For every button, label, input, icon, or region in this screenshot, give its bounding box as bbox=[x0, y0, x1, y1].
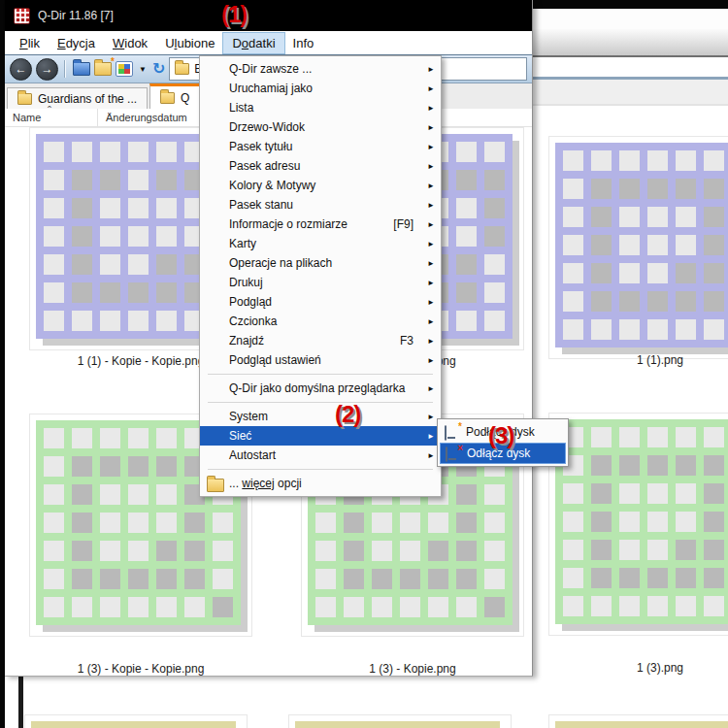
submenu-arrow-icon: ► bbox=[425, 337, 435, 346]
grid-cell bbox=[344, 569, 364, 589]
menu-separator bbox=[208, 374, 433, 375]
menu-item-q-dir-zawsze[interactable]: Q-Dir zawsze ...► bbox=[200, 59, 441, 79]
column-header-name[interactable]: Name ˆ bbox=[5, 109, 98, 126]
grid-cell bbox=[647, 540, 668, 560]
tab-q[interactable]: Q bbox=[149, 83, 200, 109]
file-thumbnail[interactable] bbox=[288, 714, 512, 728]
grid-cell bbox=[72, 142, 92, 162]
grid-cell bbox=[44, 282, 64, 303]
new-folder-button[interactable]: * bbox=[94, 62, 112, 76]
submenu-arrow-icon: ► bbox=[425, 65, 435, 74]
grid-cell bbox=[44, 456, 64, 477]
menu-item-drzewo-widok[interactable]: Drzewo-Widok► bbox=[200, 117, 441, 137]
file-thumbnail[interactable] bbox=[548, 714, 728, 728]
menu-item-karty[interactable]: Karty► bbox=[200, 234, 441, 253]
menu-item-kolory-motywy[interactable]: Kolory & Motywy► bbox=[200, 176, 441, 195]
grid-cell bbox=[184, 541, 205, 561]
grid-cell bbox=[647, 568, 668, 588]
grid-cell bbox=[428, 513, 448, 533]
grid-cell bbox=[100, 142, 120, 162]
menu-item-znajdź[interactable]: ZnajdźF3► bbox=[200, 331, 441, 350]
grid-cell bbox=[456, 226, 477, 247]
submenu-arrow-icon: ► bbox=[425, 279, 435, 287]
menubar-item-ulubione[interactable]: Ulubione bbox=[156, 33, 223, 53]
menu-item-pasek-tytułu[interactable]: Pasek tytułu► bbox=[200, 137, 441, 156]
grid-cell bbox=[184, 513, 205, 533]
grid-cell bbox=[484, 170, 505, 190]
menu-item-sieć[interactable]: Sieć► bbox=[200, 426, 441, 446]
back-icon: ← bbox=[16, 62, 27, 76]
menu-item-shortcut: F3 bbox=[400, 334, 414, 347]
grid-cell bbox=[456, 170, 477, 190]
menubar-item-widok[interactable]: Widok bbox=[104, 33, 156, 53]
menubar-item-edycja[interactable]: Edycja bbox=[49, 33, 104, 53]
grid-cell bbox=[704, 455, 724, 476]
menu-item-informacje-o-rozmiarze[interactable]: Informacje o rozmiarze[F9]► bbox=[200, 215, 441, 234]
grid-cell bbox=[44, 541, 64, 561]
refresh-button[interactable]: ↻ bbox=[152, 61, 165, 77]
grid-cell bbox=[128, 597, 149, 617]
grid-cell bbox=[156, 569, 177, 589]
grid-cell bbox=[647, 179, 668, 199]
grid-cell bbox=[456, 569, 477, 589]
grid-cell bbox=[704, 512, 724, 532]
file-thumbnail[interactable] bbox=[24, 714, 248, 728]
file-thumbnail[interactable] bbox=[548, 413, 728, 636]
back-button[interactable]: ← bbox=[10, 58, 32, 81]
grid-cell bbox=[619, 568, 640, 588]
grid-cell bbox=[100, 226, 120, 247]
forward-icon: → bbox=[42, 62, 53, 76]
grid-cell bbox=[100, 254, 120, 275]
grid-cell bbox=[591, 150, 612, 171]
menu-item-więcej[interactable]: ... więcej opcji bbox=[200, 474, 441, 493]
menubar-item-info[interactable]: Info bbox=[284, 33, 323, 53]
menu-item-autostart[interactable]: Autostart► bbox=[200, 446, 441, 465]
grid-cell bbox=[344, 541, 364, 561]
submenu-arrow-icon: ► bbox=[425, 356, 435, 365]
grid-cell bbox=[428, 569, 448, 589]
grid-cell bbox=[591, 263, 612, 283]
submenu-arrow-icon: ► bbox=[425, 384, 435, 393]
menubar-item-dodatki[interactable]: Dodatki bbox=[223, 33, 283, 53]
title-bar[interactable]: Q-Dir 11.86 [7] bbox=[5, 0, 532, 31]
grid-cell bbox=[591, 568, 612, 588]
file-name-label: 1 (3) - Kopie - Kopie.png bbox=[29, 662, 252, 676]
grid-cell bbox=[704, 540, 724, 560]
file-thumbnail[interactable] bbox=[548, 136, 728, 359]
menubar-item-plik[interactable]: Plik bbox=[11, 33, 49, 53]
grid-cell bbox=[213, 597, 233, 617]
menu-item-lista[interactable]: Lista► bbox=[200, 98, 441, 117]
grid-cell bbox=[456, 597, 477, 617]
folder-up-button[interactable] bbox=[73, 62, 90, 76]
menu-item-label: Kolory & Motywy bbox=[229, 179, 425, 192]
menu-item-q-dir-jako-domyślna-przeglądarka[interactable]: Q-Dir jako domyślna przeglądarka► bbox=[200, 379, 441, 398]
menu-item-podgląd-ustawień[interactable]: Podgląd ustawień► bbox=[200, 350, 441, 370]
thumbnail-image bbox=[295, 721, 500, 728]
menu-item-czcionka[interactable]: Czcionka► bbox=[200, 312, 441, 331]
menu-item-operacje-na-plikach[interactable]: Operacje na plikach► bbox=[200, 253, 441, 273]
menu-item-podgląd[interactable]: Podgląd► bbox=[200, 292, 441, 312]
menu-item-pasek-stanu[interactable]: Pasek stanu► bbox=[200, 195, 441, 215]
forward-button[interactable]: → bbox=[36, 58, 58, 81]
view-dropdown-button[interactable]: ▼ bbox=[137, 65, 149, 74]
grid-cell bbox=[128, 428, 149, 448]
view-mode-button[interactable] bbox=[116, 61, 133, 77]
grid-cell bbox=[619, 179, 640, 199]
menu-item-label: Q-Dir zawsze ... bbox=[229, 62, 425, 76]
grid-cell bbox=[619, 427, 640, 447]
menu-item-drukuj[interactable]: Drukuj► bbox=[200, 273, 441, 292]
menu-item-system[interactable]: System► bbox=[200, 407, 441, 426]
grid-cell bbox=[156, 513, 177, 533]
grid-cell bbox=[591, 291, 612, 312]
annotation-step-3: (3) bbox=[488, 422, 513, 449]
column-header-name-label: Name bbox=[13, 112, 41, 123]
menu-item-pasek-adresu[interactable]: Pasek adresu► bbox=[200, 156, 441, 176]
menu-item-label: Podgląd bbox=[229, 295, 425, 309]
grid-cell bbox=[619, 291, 640, 312]
grid-cell bbox=[676, 596, 696, 616]
tab-guardians-of-the[interactable]: Guardians of the ... bbox=[7, 87, 148, 109]
grid-cell bbox=[676, 291, 696, 312]
grid-cell bbox=[591, 207, 612, 227]
menu-item-uruchamiaj-jako[interactable]: Uruchamiaj jako► bbox=[200, 79, 441, 98]
grid-cell bbox=[484, 513, 505, 533]
